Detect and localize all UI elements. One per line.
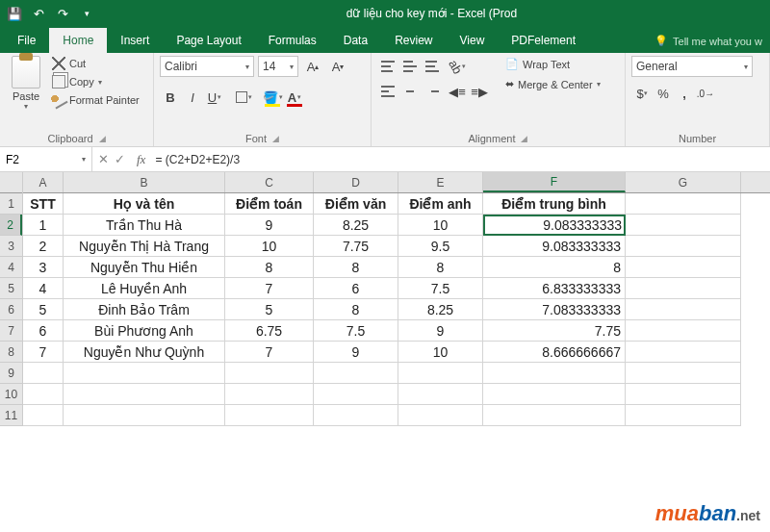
cell[interactable]: 7.75	[314, 236, 398, 257]
redo-icon[interactable]: ↷	[52, 3, 73, 24]
cell[interactable]: 5	[23, 299, 64, 320]
cell[interactable]: Đinh Bảo Trâm	[64, 299, 225, 320]
row-header[interactable]: 11	[0, 405, 22, 426]
cell[interactable]: Trần Thu Hà	[64, 215, 225, 236]
cell[interactable]: 3	[23, 257, 64, 278]
row-header[interactable]: 1	[0, 193, 22, 215]
cell[interactable]	[398, 405, 483, 426]
cell[interactable]: 9.083333333	[483, 215, 626, 236]
cell[interactable]: Nguyễn Thu Hiền	[64, 257, 225, 278]
cell[interactable]: 4	[23, 278, 64, 299]
cell[interactable]: 9	[225, 215, 314, 236]
cell[interactable]: 9	[398, 320, 483, 342]
cell[interactable]	[626, 193, 741, 215]
cell[interactable]	[64, 405, 225, 426]
align-bottom-button[interactable]	[422, 56, 443, 77]
col-header[interactable]: E	[398, 172, 483, 192]
decrease-font-button[interactable]: A▾	[327, 56, 348, 77]
font-size-select[interactable]: 14▾	[258, 56, 298, 77]
cell[interactable]: 8	[225, 257, 314, 278]
comma-format-button[interactable]: ,	[674, 83, 695, 104]
format-painter-button[interactable]: Format Painter	[50, 92, 141, 108]
percent-format-button[interactable]: %	[653, 83, 674, 104]
decrease-indent-button[interactable]: ◀≡	[447, 81, 468, 102]
cell[interactable]: Điểm toán	[225, 193, 314, 215]
fx-icon[interactable]: fx	[131, 152, 151, 167]
cell[interactable]: 8.25	[398, 299, 483, 320]
cell[interactable]	[626, 384, 741, 405]
col-header[interactable]: F	[483, 172, 626, 192]
cell[interactable]: 7.75	[483, 320, 626, 342]
row-header[interactable]: 3	[0, 236, 22, 257]
cut-button[interactable]: Cut	[50, 56, 141, 71]
cell[interactable]: 7.5	[398, 278, 483, 299]
cell[interactable]	[225, 363, 314, 384]
increase-indent-button[interactable]: ≡▶	[469, 81, 490, 102]
borders-button[interactable]: ▾	[233, 87, 254, 108]
tab-page-layout[interactable]: Page Layout	[163, 28, 254, 53]
align-center-button[interactable]	[399, 81, 421, 102]
cell[interactable]	[23, 405, 64, 426]
cell[interactable]	[64, 384, 225, 405]
cell[interactable]	[626, 363, 741, 384]
row-header[interactable]: 7	[0, 320, 22, 342]
cell[interactable]: 7	[23, 342, 64, 363]
cell[interactable]: 6	[23, 320, 64, 342]
tab-file[interactable]: File	[4, 28, 49, 53]
cell[interactable]	[626, 320, 741, 342]
fill-color-button[interactable]: 🪣▾	[262, 87, 283, 108]
cell[interactable]: 7	[225, 278, 314, 299]
tab-data[interactable]: Data	[330, 28, 381, 53]
accounting-format-button[interactable]: $▾	[631, 83, 653, 104]
tab-view[interactable]: View	[447, 28, 499, 53]
tab-review[interactable]: Review	[381, 28, 446, 53]
cell[interactable]: 2	[23, 236, 64, 257]
number-format-select[interactable]: General▾	[631, 56, 753, 77]
font-name-select[interactable]: Calibri▾	[160, 56, 254, 77]
row-header[interactable]: 8	[0, 342, 22, 363]
cell[interactable]	[626, 299, 741, 320]
cell[interactable]: 10	[225, 236, 314, 257]
merge-center-button[interactable]: ⬌Merge & Center▾	[501, 76, 604, 92]
orientation-button[interactable]: ab▾	[447, 56, 468, 77]
cell[interactable]: 6	[314, 278, 398, 299]
cell[interactable]	[23, 363, 64, 384]
align-right-button[interactable]	[422, 81, 443, 102]
cell[interactable]	[626, 342, 741, 363]
copy-button[interactable]: Copy▾	[50, 74, 141, 89]
cell[interactable]	[398, 363, 483, 384]
cell[interactable]: Nguyễn Như Quỳnh	[64, 342, 225, 363]
cell[interactable]	[626, 405, 741, 426]
italic-button[interactable]: I	[182, 87, 203, 108]
select-all-corner[interactable]	[0, 172, 22, 193]
row-header[interactable]: 6	[0, 299, 22, 320]
cell[interactable]	[23, 384, 64, 405]
tell-me[interactable]: 💡Tell me what you w	[647, 29, 770, 53]
cell[interactable]: 1	[23, 215, 64, 236]
name-box[interactable]: F2▾	[0, 147, 92, 171]
align-top-button[interactable]	[377, 56, 398, 77]
bold-button[interactable]: B	[160, 87, 181, 108]
tab-pdfelement[interactable]: PDFelement	[498, 28, 589, 53]
font-color-button[interactable]: A▾	[284, 87, 305, 108]
cell[interactable]	[483, 384, 626, 405]
cell[interactable]: 7	[225, 342, 314, 363]
align-left-button[interactable]	[377, 81, 398, 102]
cell[interactable]: 9.083333333	[483, 236, 626, 257]
cell[interactable]: Bùi Phương Anh	[64, 320, 225, 342]
cell[interactable]: 10	[398, 215, 483, 236]
cell[interactable]	[64, 363, 225, 384]
paste-button[interactable]: Paste ▾	[6, 56, 46, 111]
enter-formula-icon[interactable]: ✓	[115, 152, 125, 166]
cell[interactable]: Họ và tên	[64, 193, 225, 215]
cell[interactable]: 9	[314, 342, 398, 363]
tab-home[interactable]: Home	[49, 28, 107, 53]
cell[interactable]: 6.833333333	[483, 278, 626, 299]
cell[interactable]	[626, 236, 741, 257]
formula-bar[interactable]: = (C2+D2+E2)/3	[151, 153, 770, 166]
cell[interactable]: 8	[314, 299, 398, 320]
row-header[interactable]: 5	[0, 278, 22, 299]
cell[interactable]: 7.5	[314, 320, 398, 342]
wrap-text-button[interactable]: 📄Wrap Text	[501, 56, 604, 72]
tab-formulas[interactable]: Formulas	[255, 28, 330, 53]
